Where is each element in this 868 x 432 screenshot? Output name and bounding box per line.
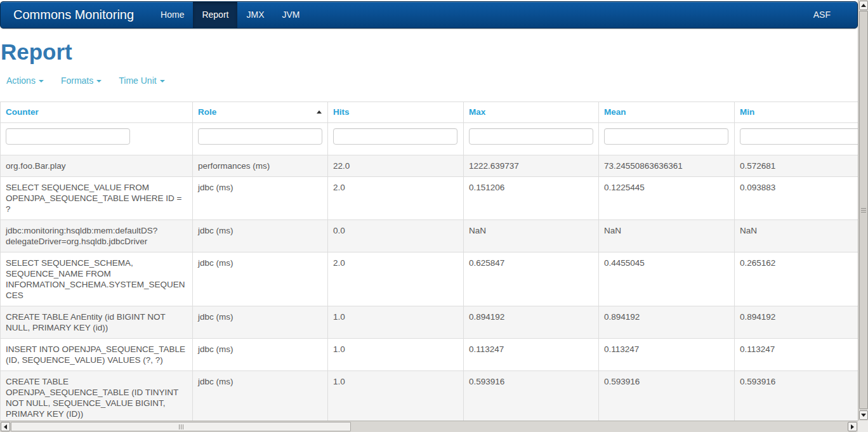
sort-ascending-icon bbox=[317, 110, 322, 114]
cell-min: 0.093883 bbox=[735, 177, 858, 220]
cell-role: jdbc (ms) bbox=[193, 339, 328, 371]
column-header-counter[interactable]: Counter bbox=[1, 102, 193, 123]
horizontal-scrollbar[interactable] bbox=[0, 421, 858, 432]
scroll-down-icon bbox=[861, 414, 866, 417]
nav-item-jmx[interactable]: JMX bbox=[237, 2, 273, 28]
cell-role: jdbc (ms) bbox=[193, 252, 328, 306]
cell-counter: SELECT SEQUENCE_SCHEMA, SEQUENCE_NAME FR… bbox=[1, 252, 193, 306]
filter-input-counter[interactable] bbox=[6, 128, 130, 145]
cell-role: jdbc (ms) bbox=[193, 177, 328, 220]
cell-counter: CREATE TABLE AnEntity (id BIGINT NOT NUL… bbox=[1, 306, 193, 339]
filter-input-role[interactable] bbox=[198, 128, 322, 145]
cell-role: jdbc (ms) bbox=[193, 306, 328, 339]
cell-hits: 2.0 bbox=[328, 177, 464, 220]
cell-mean: 0.113247 bbox=[599, 339, 735, 371]
filter-row bbox=[1, 123, 858, 155]
cell-role: performances (ms) bbox=[193, 155, 328, 177]
cell-role: jdbc (ms) bbox=[193, 371, 328, 421]
formats-dropdown-button[interactable]: Formats bbox=[61, 75, 102, 87]
scroll-down-button[interactable] bbox=[859, 410, 868, 420]
vertical-scrollbar[interactable] bbox=[858, 0, 868, 421]
cell-hits: 1.0 bbox=[328, 306, 464, 339]
cell-counter: INSERT INTO OPENJPA_SEQUENCE_TABLE (ID, … bbox=[1, 339, 193, 371]
nav-item-jvm[interactable]: JVM bbox=[273, 2, 308, 28]
scrollbar-corner bbox=[858, 421, 868, 432]
formats-dropdown-label: Formats bbox=[61, 75, 93, 86]
scrollbar-grip-icon bbox=[179, 424, 183, 429]
cell-hits: 2.0 bbox=[328, 252, 464, 306]
column-header-min[interactable]: Min bbox=[735, 102, 858, 123]
cell-mean: 0.1225445 bbox=[599, 177, 735, 220]
filter-input-max[interactable] bbox=[469, 128, 593, 145]
time-unit-dropdown-button[interactable]: Time Unit bbox=[119, 75, 164, 87]
report-table: Counter Role Hits Max Mean Min org.foo.B… bbox=[0, 101, 858, 421]
time-unit-dropdown-label: Time Unit bbox=[119, 75, 156, 86]
caret-down-icon bbox=[39, 80, 44, 82]
cell-max: 0.625847 bbox=[464, 252, 599, 306]
table-row: SELECT SEQUENCE_VALUE FROM OPENJPA_SEQUE… bbox=[1, 177, 858, 220]
cell-max: 0.593916 bbox=[464, 371, 599, 421]
actions-dropdown-button[interactable]: Actions bbox=[6, 75, 44, 87]
column-header-max[interactable]: Max bbox=[464, 102, 599, 123]
main-nav: Home Report JMX JVM bbox=[152, 2, 308, 28]
cell-mean: NaN bbox=[599, 220, 735, 252]
scroll-left-icon bbox=[4, 424, 7, 429]
cell-mean: 0.4455045 bbox=[599, 252, 735, 306]
table-row: SELECT SEQUENCE_SCHEMA, SEQUENCE_NAME FR… bbox=[1, 252, 858, 306]
cell-min: 0.572681 bbox=[735, 155, 858, 177]
brand-link[interactable]: Commons Monitoring bbox=[1, 2, 147, 28]
scroll-up-button[interactable] bbox=[859, 1, 868, 10]
scroll-right-icon bbox=[851, 424, 854, 429]
toolbar: Actions Formats Time Unit bbox=[6, 75, 858, 87]
cell-hits: 1.0 bbox=[328, 371, 464, 421]
cell-counter: SELECT SEQUENCE_VALUE FROM OPENJPA_SEQUE… bbox=[1, 177, 193, 220]
filter-input-mean[interactable] bbox=[604, 128, 728, 145]
cell-hits: 22.0 bbox=[328, 155, 464, 177]
table-row: jdbc:monitoring:hsqldb:mem:defaultDS?del… bbox=[1, 220, 858, 252]
cell-min: 0.265162 bbox=[735, 252, 858, 306]
scroll-left-button[interactable] bbox=[1, 422, 10, 431]
nav-item-report[interactable]: Report bbox=[193, 2, 237, 28]
table-row: CREATE TABLE OPENJPA_SEQUENCE_TABLE (ID … bbox=[1, 371, 858, 421]
cell-min: 0.894192 bbox=[735, 306, 858, 339]
cell-min: 0.593916 bbox=[735, 371, 858, 421]
cell-counter: CREATE TABLE OPENJPA_SEQUENCE_TABLE (ID … bbox=[1, 371, 193, 421]
horizontal-scrollbar-thumb[interactable] bbox=[11, 422, 351, 431]
column-header-role-label: Role bbox=[198, 107, 216, 117]
scroll-right-button[interactable] bbox=[848, 422, 857, 431]
column-header-hits[interactable]: Hits bbox=[328, 102, 464, 123]
navbar: Commons Monitoring Home Report JMX JVM A… bbox=[0, 1, 858, 29]
cell-max: 1222.639737 bbox=[464, 155, 599, 177]
scrollbar-grip-icon bbox=[861, 208, 866, 213]
caret-down-icon bbox=[160, 80, 165, 82]
vertical-scrollbar-thumb[interactable] bbox=[859, 11, 868, 409]
actions-dropdown-label: Actions bbox=[6, 75, 36, 86]
cell-mean: 0.894192 bbox=[599, 306, 735, 339]
nav-right: ASF bbox=[805, 2, 857, 28]
page-title: Report bbox=[1, 39, 858, 65]
table-row: org.foo.Bar.play performances (ms) 22.0 … bbox=[1, 155, 858, 177]
filter-input-min[interactable] bbox=[740, 128, 858, 145]
header-row: Counter Role Hits Max Mean Min bbox=[1, 102, 858, 123]
scroll-up-icon bbox=[861, 4, 866, 7]
column-header-role[interactable]: Role bbox=[193, 102, 328, 123]
cell-min: 0.113247 bbox=[735, 339, 858, 371]
cell-max: 0.113247 bbox=[464, 339, 599, 371]
cell-counter: jdbc:monitoring:hsqldb:mem:defaultDS?del… bbox=[1, 220, 193, 252]
nav-item-home[interactable]: Home bbox=[152, 2, 193, 28]
page-viewport: Commons Monitoring Home Report JMX JVM A… bbox=[0, 0, 858, 421]
cell-max: 0.151206 bbox=[464, 177, 599, 220]
caret-down-icon bbox=[96, 80, 102, 82]
cell-max: NaN bbox=[464, 220, 599, 252]
filter-input-hits[interactable] bbox=[333, 128, 457, 145]
cell-counter: org.foo.Bar.play bbox=[1, 155, 193, 177]
table-row: CREATE TABLE AnEntity (id BIGINT NOT NUL… bbox=[1, 306, 858, 339]
cell-mean: 0.593916 bbox=[599, 371, 735, 421]
column-header-mean[interactable]: Mean bbox=[599, 102, 735, 123]
cell-hits: 0.0 bbox=[328, 220, 464, 252]
cell-role: jdbc (ms) bbox=[193, 220, 328, 252]
cell-hits: 1.0 bbox=[328, 339, 464, 371]
table-row: INSERT INTO OPENJPA_SEQUENCE_TABLE (ID, … bbox=[1, 339, 858, 371]
nav-item-asf[interactable]: ASF bbox=[805, 2, 839, 28]
cell-max: 0.894192 bbox=[464, 306, 599, 339]
